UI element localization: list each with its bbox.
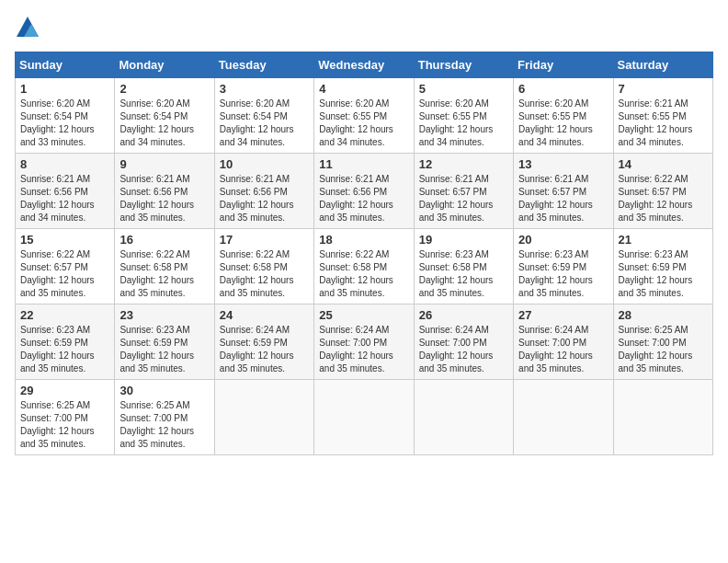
- day-number: 2: [119, 82, 209, 96]
- sunset-label: Sunset: 6:56 PM: [119, 187, 188, 197]
- daylight-label: Daylight: 12 hours and 35 minutes.: [119, 426, 194, 449]
- day-info: Sunrise: 6:20 AM Sunset: 6:54 PM Dayligh…: [220, 98, 309, 149]
- daylight-label: Daylight: 12 hours and 35 minutes.: [518, 275, 593, 298]
- daylight-label: Daylight: 12 hours and 34 minutes.: [319, 124, 393, 147]
- day-info: Sunrise: 6:20 AM Sunset: 6:55 PM Dayligh…: [419, 98, 508, 149]
- calendar-cell: 15 Sunrise: 6:22 AM Sunset: 6:57 PM Dayl…: [16, 229, 115, 304]
- sunset-label: Sunset: 6:57 PM: [419, 187, 487, 197]
- logo: [15, 15, 44, 40]
- day-info: Sunrise: 6:21 AM Sunset: 6:55 PM Dayligh…: [619, 98, 708, 149]
- sunrise-label: Sunrise: 6:24 AM: [319, 325, 389, 335]
- sunrise-label: Sunrise: 6:25 AM: [20, 400, 90, 410]
- sunrise-label: Sunrise: 6:22 AM: [319, 249, 389, 259]
- sunrise-label: Sunrise: 6:22 AM: [20, 249, 90, 259]
- calendar-cell: 30 Sunrise: 6:25 AM Sunset: 7:00 PM Dayl…: [115, 380, 214, 455]
- daylight-label: Daylight: 12 hours and 33 minutes.: [20, 124, 95, 147]
- day-number: 15: [20, 233, 109, 247]
- sunrise-label: Sunrise: 6:21 AM: [619, 98, 688, 109]
- day-number: 24: [220, 308, 309, 322]
- day-number: 12: [419, 157, 508, 171]
- day-info: Sunrise: 6:22 AM Sunset: 6:58 PM Dayligh…: [220, 248, 309, 300]
- day-info: Sunrise: 6:23 AM Sunset: 6:59 PM Dayligh…: [619, 248, 708, 300]
- day-number: 25: [319, 308, 408, 322]
- sunrise-label: Sunrise: 6:21 AM: [319, 174, 389, 184]
- sunset-label: Sunset: 6:58 PM: [119, 262, 188, 272]
- day-number: 11: [319, 157, 408, 171]
- sunrise-label: Sunrise: 6:20 AM: [518, 98, 588, 109]
- sunrise-label: Sunrise: 6:21 AM: [220, 174, 290, 184]
- calendar-cell: 1 Sunrise: 6:20 AM Sunset: 6:54 PM Dayli…: [16, 78, 115, 154]
- daylight-label: Daylight: 12 hours and 34 minutes.: [220, 124, 294, 147]
- weekday-header: Friday: [514, 52, 613, 78]
- sunset-label: Sunset: 6:57 PM: [20, 262, 88, 272]
- daylight-label: Daylight: 12 hours and 35 minutes.: [419, 350, 494, 373]
- sunset-label: Sunset: 6:55 PM: [518, 111, 586, 121]
- daylight-label: Daylight: 12 hours and 35 minutes.: [319, 275, 393, 298]
- day-info: Sunrise: 6:22 AM Sunset: 6:57 PM Dayligh…: [619, 173, 708, 224]
- weekday-header: Tuesday: [214, 52, 313, 78]
- calendar-cell: 3 Sunrise: 6:20 AM Sunset: 6:54 PM Dayli…: [214, 78, 313, 154]
- day-info: Sunrise: 6:24 AM Sunset: 7:00 PM Dayligh…: [518, 324, 608, 375]
- calendar-cell: 11 Sunrise: 6:21 AM Sunset: 6:56 PM Dayl…: [314, 154, 414, 229]
- day-info: Sunrise: 6:25 AM Sunset: 7:00 PM Dayligh…: [20, 399, 109, 451]
- sunrise-label: Sunrise: 6:20 AM: [419, 98, 489, 109]
- weekday-header: Saturday: [613, 52, 712, 78]
- day-number: 27: [518, 308, 608, 322]
- calendar-cell: [613, 380, 712, 455]
- day-info: Sunrise: 6:21 AM Sunset: 6:57 PM Dayligh…: [419, 173, 508, 224]
- weekday-header: Sunday: [16, 52, 115, 78]
- day-info: Sunrise: 6:20 AM Sunset: 6:55 PM Dayligh…: [319, 98, 408, 149]
- sunset-label: Sunset: 7:00 PM: [20, 413, 88, 423]
- calendar-cell: 25 Sunrise: 6:24 AM Sunset: 7:00 PM Dayl…: [314, 304, 414, 380]
- day-info: Sunrise: 6:22 AM Sunset: 6:58 PM Dayligh…: [319, 248, 408, 300]
- calendar-cell: 17 Sunrise: 6:22 AM Sunset: 6:58 PM Dayl…: [214, 229, 313, 304]
- sunrise-label: Sunrise: 6:24 AM: [419, 325, 489, 335]
- calendar-cell: 27 Sunrise: 6:24 AM Sunset: 7:00 PM Dayl…: [514, 304, 613, 380]
- calendar-cell: [214, 380, 313, 455]
- sunrise-label: Sunrise: 6:21 AM: [20, 174, 90, 184]
- weekday-header-row: SundayMondayTuesdayWednesdayThursdayFrid…: [16, 52, 713, 78]
- sunrise-label: Sunrise: 6:21 AM: [119, 174, 189, 184]
- sunset-label: Sunset: 7:00 PM: [619, 338, 687, 348]
- day-info: Sunrise: 6:23 AM Sunset: 6:59 PM Dayligh…: [518, 248, 608, 300]
- calendar-cell: 5 Sunrise: 6:20 AM Sunset: 6:55 PM Dayli…: [414, 78, 513, 154]
- calendar-week-row: 22 Sunrise: 6:23 AM Sunset: 6:59 PM Dayl…: [16, 304, 713, 380]
- sunset-label: Sunset: 6:57 PM: [518, 187, 586, 197]
- sunrise-label: Sunrise: 6:20 AM: [220, 98, 290, 109]
- day-info: Sunrise: 6:25 AM Sunset: 7:00 PM Dayligh…: [119, 399, 209, 451]
- daylight-label: Daylight: 12 hours and 35 minutes.: [119, 350, 194, 373]
- sunrise-label: Sunrise: 6:25 AM: [619, 325, 688, 335]
- calendar-cell: 14 Sunrise: 6:22 AM Sunset: 6:57 PM Dayl…: [613, 154, 712, 229]
- daylight-label: Daylight: 12 hours and 35 minutes.: [319, 350, 393, 373]
- day-info: Sunrise: 6:20 AM Sunset: 6:54 PM Dayligh…: [119, 98, 209, 149]
- daylight-label: Daylight: 12 hours and 34 minutes.: [119, 124, 194, 147]
- daylight-label: Daylight: 12 hours and 34 minutes.: [20, 200, 95, 223]
- sunset-label: Sunset: 6:59 PM: [220, 338, 288, 348]
- calendar-cell: 23 Sunrise: 6:23 AM Sunset: 6:59 PM Dayl…: [115, 304, 214, 380]
- day-info: Sunrise: 6:25 AM Sunset: 7:00 PM Dayligh…: [619, 324, 708, 375]
- weekday-header: Wednesday: [314, 52, 414, 78]
- calendar-cell: 4 Sunrise: 6:20 AM Sunset: 6:55 PM Dayli…: [314, 78, 414, 154]
- calendar-cell: 9 Sunrise: 6:21 AM Sunset: 6:56 PM Dayli…: [115, 154, 214, 229]
- day-number: 30: [119, 384, 209, 397]
- sunset-label: Sunset: 6:59 PM: [20, 338, 88, 348]
- day-info: Sunrise: 6:23 AM Sunset: 6:59 PM Dayligh…: [119, 324, 209, 375]
- day-info: Sunrise: 6:21 AM Sunset: 6:56 PM Dayligh…: [119, 173, 209, 224]
- daylight-label: Daylight: 12 hours and 35 minutes.: [518, 350, 593, 373]
- day-number: 9: [119, 157, 209, 171]
- day-number: 5: [419, 82, 508, 96]
- sunset-label: Sunset: 6:58 PM: [419, 262, 487, 272]
- daylight-label: Daylight: 12 hours and 35 minutes.: [119, 200, 194, 223]
- calendar-week-row: 15 Sunrise: 6:22 AM Sunset: 6:57 PM Dayl…: [16, 229, 713, 304]
- day-info: Sunrise: 6:23 AM Sunset: 6:59 PM Dayligh…: [20, 324, 109, 375]
- day-number: 14: [619, 157, 708, 171]
- day-info: Sunrise: 6:22 AM Sunset: 6:57 PM Dayligh…: [20, 248, 109, 300]
- day-info: Sunrise: 6:21 AM Sunset: 6:57 PM Dayligh…: [518, 173, 608, 224]
- day-number: 18: [319, 233, 408, 247]
- day-number: 26: [419, 308, 508, 322]
- calendar-cell: 12 Sunrise: 6:21 AM Sunset: 6:57 PM Dayl…: [414, 154, 513, 229]
- day-number: 1: [20, 82, 109, 96]
- sunset-label: Sunset: 6:54 PM: [119, 111, 188, 121]
- calendar-cell: 8 Sunrise: 6:21 AM Sunset: 6:56 PM Dayli…: [16, 154, 115, 229]
- sunset-label: Sunset: 6:55 PM: [619, 111, 687, 121]
